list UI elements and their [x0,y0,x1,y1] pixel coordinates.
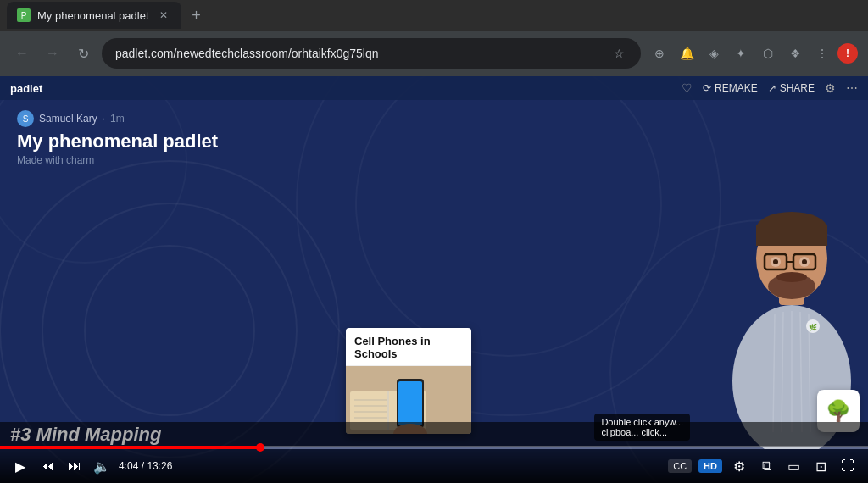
next-button[interactable]: ⏭ [64,456,85,476]
extension-icon-5[interactable]: ⬡ [756,42,780,65]
browser-chrome: P My phenomenal padlet ✕ + ← → ↻ padlet.… [0,0,868,76]
new-tab-button[interactable]: + [185,3,209,27]
padlet-author: S Samuel Kary · 1m [17,110,218,127]
more-icon[interactable]: ⋯ [846,81,858,95]
extension-icon-1[interactable]: ⊕ [648,42,671,65]
post-time: · [103,113,105,125]
cell-phones-card[interactable]: Cell Phones in Schools 📱 [346,328,471,434]
extension-icon-6[interactable]: ❖ [783,42,807,65]
extension-icon-3[interactable]: ◈ [702,42,726,65]
padlet-logo: padlet [10,82,42,95]
svg-rect-26 [756,225,827,246]
active-tab[interactable]: P My phenomenal padlet ✕ [7,2,181,29]
svg-point-34 [773,259,778,264]
progress-fill [0,446,260,449]
svg-point-28 [776,272,807,282]
skip-back-button[interactable]: ⏮ [37,456,58,476]
svg-point-2 [85,246,254,415]
toolbar-icons: ⊕ 🔔 ◈ ✦ ⬡ ❖ ⋮ ! [648,42,858,65]
extension-icon-red[interactable]: ! [837,43,858,64]
address-icons: ☆ [610,45,627,62]
padlet-container: padlet ♡ ⟳ REMAKE ↗ SHARE ⚙ ⋯ S Samuel K… [0,76,868,483]
remake-button[interactable]: ⟳ REMAKE [703,82,758,94]
svg-text:🌿: 🌿 [809,323,817,331]
heart-icon[interactable]: ♡ [682,81,693,95]
svg-point-35 [802,259,807,264]
tab-title: My phenomenal padlet [37,9,149,22]
forward-button[interactable]: → [41,42,64,65]
svg-point-4 [356,76,661,356]
progress-dot [256,443,264,452]
padlet-header: padlet ♡ ⟳ REMAKE ↗ SHARE ⚙ ⋯ [0,76,868,100]
tab-favicon: P [17,8,31,22]
tab-close-button[interactable]: ✕ [156,8,171,23]
pip-button[interactable]: ⧉ [756,456,776,476]
reload-button[interactable]: ↻ [71,42,95,65]
author-avatar: S [17,110,34,127]
bookmark-icon[interactable]: ☆ [610,45,627,62]
extension-icon-4[interactable]: ✦ [729,42,753,65]
cast-button[interactable]: ⊡ [810,456,831,476]
padlet-title-area: S Samuel Kary · 1m My phenomenal padlet … [17,110,218,166]
miniscreen-button[interactable]: ▭ [783,456,804,476]
back-button[interactable]: ← [10,42,34,65]
extension-icon-2[interactable]: 🔔 [675,42,698,65]
author-name: Samuel Kary [39,113,97,125]
address-text: padlet.com/newedtechclassroom/orhtaikfx0… [115,47,604,60]
svg-point-6 [0,76,186,263]
double-click-tooltip: Double click anyw... clipboa... click... [594,414,690,441]
card-title: Cell Phones in Schools [346,328,471,366]
bottom-text-overlay: #3 Mind Mapping [0,422,868,447]
play-button[interactable]: ▶ [10,456,31,476]
svg-point-1 [42,203,297,458]
padlet-subtitle: Made with charm [17,154,218,166]
video-settings-button[interactable]: ⚙ [729,456,749,476]
svg-rect-15 [398,381,422,425]
chapter-title: #3 Mind Mapping [10,424,161,446]
padlet-header-right: ♡ ⟳ REMAKE ↗ SHARE ⚙ ⋯ [682,81,858,95]
share-button[interactable]: ↗ SHARE [768,82,815,94]
volume-button[interactable]: 🔈 [92,456,112,476]
tab-bar: P My phenomenal padlet ✕ + [0,0,868,31]
time-display: 4:04 / 13:26 [119,460,172,472]
extension-icon-7[interactable]: ⋮ [810,42,834,65]
address-bar[interactable]: padlet.com/newedtechclassroom/orhtaikfx0… [102,38,641,69]
time-ago: 1m [110,113,125,125]
fullscreen-button[interactable]: ⛶ [837,456,858,476]
settings-icon[interactable]: ⚙ [825,81,836,95]
cc-button[interactable]: CC [668,459,692,473]
video-controls: ▶ ⏮ ⏭ 🔈 4:04 / 13:26 CC HD ⚙ ⧉ ▭ ⊡ ⛶ [0,449,868,483]
progress-bar[interactable] [0,446,868,449]
address-bar-row: ← → ↻ padlet.com/newedtechclassroom/orht… [0,31,868,76]
hd-button[interactable]: HD [698,459,722,473]
padlet-title: My phenomenal padlet [17,130,218,153]
